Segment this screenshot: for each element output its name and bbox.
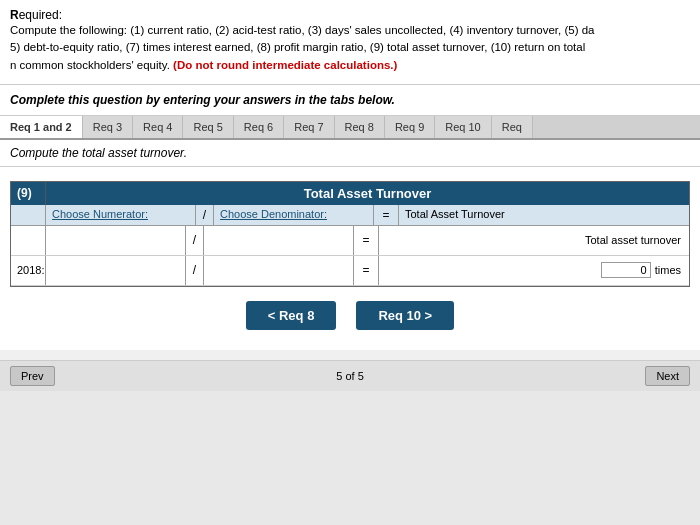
col-num-header (11, 205, 46, 225)
numerator-input-1[interactable] (46, 226, 185, 255)
equals-1: = (354, 226, 379, 255)
required-label-text: equired: (19, 8, 62, 22)
required-section: Required: Compute the following: (1) cur… (0, 0, 700, 85)
table-num: (9) (11, 182, 46, 205)
tab-req-8[interactable]: Req 8 (335, 116, 385, 138)
denominator-input-2018[interactable] (204, 256, 353, 285)
required-label: R (10, 8, 19, 22)
numerator-input-cell-1 (46, 226, 186, 255)
page-indicator: 5 of 5 (336, 370, 364, 382)
total-asset-turnover-table: (9) Total Asset Turnover Choose Numerato… (10, 181, 690, 287)
numerator-input-cell-2018 (46, 256, 186, 285)
tabs-row: Req 1 and 2 Req 3 Req 4 Req 5 Req 6 Req … (0, 116, 700, 140)
prev-req-button[interactable]: < Req 8 (246, 301, 337, 330)
col-denominator-header: Choose Denominator: (214, 205, 374, 225)
task-description-text: Compute the total asset turnover. (10, 146, 187, 160)
tab-req-4[interactable]: Req 4 (133, 116, 183, 138)
tab-req-10[interactable]: Req 10 (435, 116, 491, 138)
table-title: Total Asset Turnover (46, 182, 689, 205)
year-label-2018: 2018: (11, 256, 46, 285)
required-text-2: 5) debt-to-equity ratio, (7) times inter… (10, 41, 585, 53)
col-numerator-header: Choose Numerator: (46, 205, 196, 225)
result-cell-1: Total asset turnover (379, 231, 689, 249)
col-result-header: Total Asset Turnover (399, 205, 689, 225)
tab-req-9[interactable]: Req 9 (385, 116, 435, 138)
denominator-input-cell-1 (204, 226, 354, 255)
required-text-1: Compute the following: (1) current ratio… (10, 24, 594, 36)
buttons-row: < Req 8 Req 10 > (10, 301, 690, 340)
data-row-2018: 2018: / = times (11, 256, 689, 286)
bottom-nav: Prev (10, 366, 55, 386)
tab-req-5[interactable]: Req 5 (183, 116, 233, 138)
page-wrapper: Required: Compute the following: (1) cur… (0, 0, 700, 391)
denominator-input-cell-2018 (204, 256, 354, 285)
slash-1: / (186, 226, 204, 255)
col-slash-header: / (196, 205, 214, 225)
tab-req-7[interactable]: Req 7 (284, 116, 334, 138)
task-description: Compute the total asset turnover. (0, 140, 700, 167)
result-input-2018[interactable] (601, 262, 651, 278)
bottom-nav-next: Next (645, 366, 690, 386)
result-label-1: Total asset turnover (585, 234, 681, 246)
next-page-button[interactable]: Next (645, 366, 690, 386)
bottom-bar: Prev 5 of 5 Next (0, 360, 700, 391)
tab-req-1-2[interactable]: Req 1 and 2 (0, 116, 83, 140)
equals-2018: = (354, 256, 379, 285)
result-cell-2018: times (379, 259, 689, 281)
next-req-button[interactable]: Req 10 > (356, 301, 454, 330)
slash-2018: / (186, 256, 204, 285)
complete-instruction-text: Complete this question by entering your … (10, 93, 395, 107)
tab-req-3[interactable]: Req 3 (83, 116, 133, 138)
complete-instruction: Complete this question by entering your … (0, 85, 700, 116)
required-text-3: n common stockholders' equity. (10, 59, 170, 71)
choose-numerator-label[interactable]: Choose Numerator: (52, 208, 148, 220)
table-subheader: Choose Numerator: / Choose Denominator: … (11, 205, 689, 226)
table-header: (9) Total Asset Turnover (11, 182, 689, 205)
required-text: Compute the following: (1) current ratio… (10, 22, 690, 74)
main-content: (9) Total Asset Turnover Choose Numerato… (0, 167, 700, 350)
prev-page-button[interactable]: Prev (10, 366, 55, 386)
year-label-1 (11, 226, 46, 255)
tab-req-6[interactable]: Req 6 (234, 116, 284, 138)
bold-instruction: (Do not round intermediate calculations.… (173, 59, 397, 71)
col-equals-header: = (374, 205, 399, 225)
numerator-input-2018[interactable] (46, 256, 185, 285)
denominator-input-1[interactable] (204, 226, 353, 255)
data-row-1: / = Total asset turnover (11, 226, 689, 256)
choose-denominator-label[interactable]: Choose Denominator: (220, 208, 327, 220)
result-unit-2018: times (655, 264, 681, 276)
tab-req-extra[interactable]: Req (492, 116, 533, 138)
